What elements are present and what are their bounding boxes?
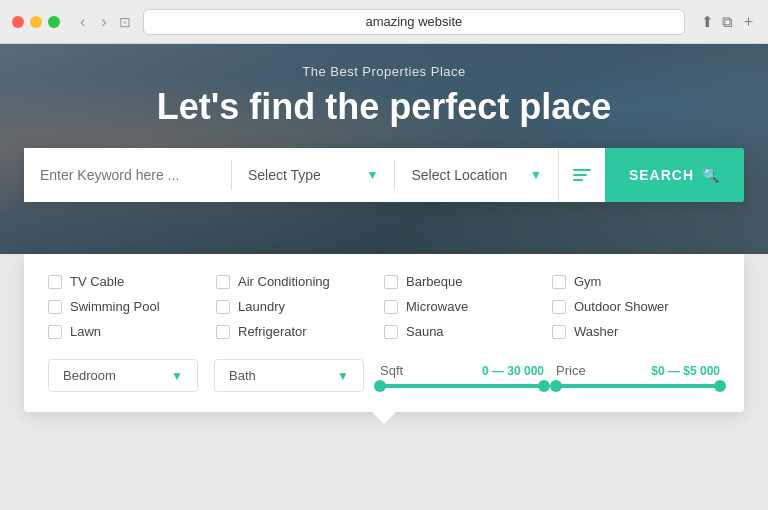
filter-col-1: TV Cable Swimming Pool Lawn	[48, 274, 216, 339]
checkbox-box	[216, 300, 230, 314]
sqft-slider-header: Sqft 0 — 30 000	[380, 363, 544, 378]
checkbox-label: Washer	[574, 324, 618, 339]
type-select[interactable]: Select Type ▼	[232, 148, 394, 202]
sqft-label: Sqft	[380, 363, 403, 378]
checkbox-washer[interactable]: Washer	[552, 324, 720, 339]
checkbox-box	[552, 300, 566, 314]
address-bar[interactable]: amazing website	[143, 9, 685, 35]
checkbox-laundry[interactable]: Laundry	[216, 299, 384, 314]
checkbox-label: Barbeque	[406, 274, 462, 289]
hero-title: Let's find the perfect place	[157, 85, 612, 128]
location-chevron-icon: ▼	[530, 168, 542, 182]
browser-chrome: ‹ › ⊡ amazing website ⬆ ⧉ ＋	[0, 0, 768, 44]
checkbox-label: Lawn	[70, 324, 101, 339]
search-bar: Select Type ▼ Select Location ▼ SEARCH 🔍	[24, 148, 744, 202]
checkbox-refrigerator[interactable]: Refrigerator	[216, 324, 384, 339]
checkbox-label: TV Cable	[70, 274, 124, 289]
back-button[interactable]: ‹	[76, 11, 89, 33]
location-select[interactable]: Select Location ▼	[395, 148, 557, 202]
checkbox-box	[384, 275, 398, 289]
bedroom-dropdown[interactable]: Bedroom ▼	[48, 359, 198, 392]
checkbox-box	[216, 325, 230, 339]
minimize-button[interactable]	[30, 16, 42, 28]
sqft-slider-group: Sqft 0 — 30 000	[380, 363, 544, 388]
checkbox-box	[48, 325, 62, 339]
bath-dropdown[interactable]: Bath ▼	[214, 359, 364, 392]
price-thumb-left[interactable]	[550, 380, 562, 392]
sqft-thumb-left[interactable]	[374, 380, 386, 392]
filter-panel: TV Cable Swimming Pool Lawn Air Conditio…	[24, 254, 744, 412]
checkbox-microwave[interactable]: Microwave	[384, 299, 552, 314]
filter-toggle-button[interactable]	[558, 148, 605, 202]
checkbox-box	[552, 275, 566, 289]
checkbox-sauna[interactable]: Sauna	[384, 324, 552, 339]
bath-chevron-icon: ▼	[337, 369, 349, 383]
new-tab-button[interactable]: ⧉	[722, 12, 733, 31]
checkbox-box	[48, 275, 62, 289]
checkbox-box	[552, 325, 566, 339]
filter-col-2: Air Conditioning Laundry Refrigerator	[216, 274, 384, 339]
checkbox-barbeque[interactable]: Barbeque	[384, 274, 552, 289]
checkbox-box	[48, 300, 62, 314]
hero-section: The Best Properties Place Let's find the…	[0, 44, 768, 254]
price-slider-group: Price $0 — $5 000	[556, 363, 720, 388]
close-button[interactable]	[12, 16, 24, 28]
sqft-thumb-right[interactable]	[538, 380, 550, 392]
checkbox-box	[384, 300, 398, 314]
checkbox-label: Air Conditioning	[238, 274, 330, 289]
maximize-button[interactable]	[48, 16, 60, 28]
type-chevron-icon: ▼	[367, 168, 379, 182]
keyword-input[interactable]	[24, 148, 231, 202]
price-slider-track[interactable]	[556, 384, 720, 388]
bedroom-chevron-icon: ▼	[171, 369, 183, 383]
checkbox-label: Outdoor Shower	[574, 299, 669, 314]
search-icon: 🔍	[702, 167, 720, 183]
browser-actions: ⬆ ⧉ ＋	[701, 12, 756, 31]
filter-col-4: Gym Outdoor Shower Washer	[552, 274, 720, 339]
filter-bottom-row: Bedroom ▼ Bath ▼ Sqft 0 — 30 000	[48, 359, 720, 392]
checkbox-label: Gym	[574, 274, 601, 289]
checkbox-box	[216, 275, 230, 289]
filter-line-2	[573, 174, 587, 176]
checkbox-outdoor-shower[interactable]: Outdoor Shower	[552, 299, 720, 314]
sqft-slider-fill	[380, 384, 544, 388]
checkbox-box	[384, 325, 398, 339]
type-select-label: Select Type	[248, 167, 321, 183]
traffic-lights	[12, 16, 60, 28]
price-slider-header: Price $0 — $5 000	[556, 363, 720, 378]
price-slider-fill	[556, 384, 720, 388]
bath-label: Bath	[229, 368, 256, 383]
location-select-label: Select Location	[411, 167, 507, 183]
triangle-indicator	[372, 412, 396, 424]
checkbox-gym[interactable]: Gym	[552, 274, 720, 289]
price-thumb-right[interactable]	[714, 380, 726, 392]
filter-line-3	[573, 179, 583, 181]
checkbox-swimming-pool[interactable]: Swimming Pool	[48, 299, 216, 314]
checkbox-label: Laundry	[238, 299, 285, 314]
url-text: amazing website	[365, 14, 462, 29]
checkbox-label: Refrigerator	[238, 324, 307, 339]
checkbox-lawn[interactable]: Lawn	[48, 324, 216, 339]
filter-col-3: Barbeque Microwave Sauna	[384, 274, 552, 339]
forward-button[interactable]: ›	[97, 11, 110, 33]
filter-lines-icon	[573, 169, 591, 181]
price-value: $0 — $5 000	[651, 364, 720, 378]
search-button[interactable]: SEARCH 🔍	[605, 148, 744, 202]
share-button[interactable]: ⬆	[701, 12, 714, 31]
checkbox-label: Swimming Pool	[70, 299, 160, 314]
search-button-label: SEARCH	[629, 167, 694, 183]
sqft-value: 0 — 30 000	[482, 364, 544, 378]
hero-subtitle: The Best Properties Place	[302, 64, 466, 79]
checkbox-label: Sauna	[406, 324, 444, 339]
sqft-slider-track[interactable]	[380, 384, 544, 388]
reader-view-button[interactable]: ⊡	[119, 14, 131, 30]
slider-section: Sqft 0 — 30 000 Price $0 — $5 000	[380, 363, 720, 388]
checkbox-tv-cable[interactable]: TV Cable	[48, 274, 216, 289]
filter-line-1	[573, 169, 591, 171]
filter-checkboxes: TV Cable Swimming Pool Lawn Air Conditio…	[48, 274, 720, 339]
add-button[interactable]: ＋	[741, 12, 756, 31]
price-label: Price	[556, 363, 586, 378]
checkbox-label: Microwave	[406, 299, 468, 314]
checkbox-air-conditioning[interactable]: Air Conditioning	[216, 274, 384, 289]
bedroom-label: Bedroom	[63, 368, 116, 383]
